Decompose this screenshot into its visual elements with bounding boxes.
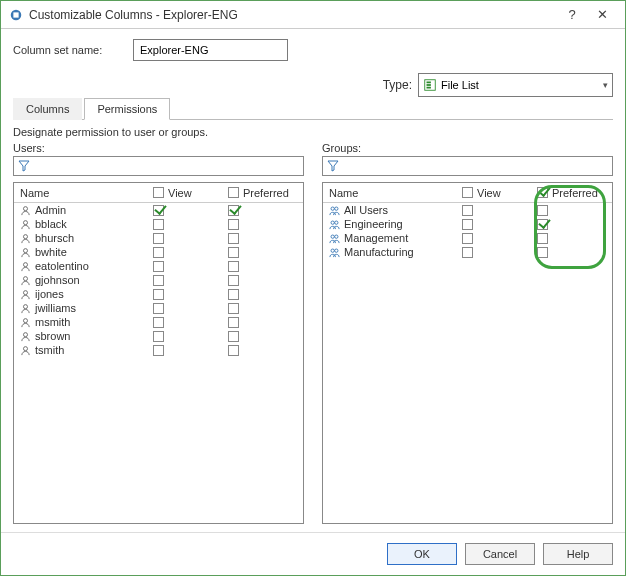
groups-header-preferred[interactable]: Preferred xyxy=(537,187,612,199)
checkbox[interactable] xyxy=(153,303,164,314)
funnel-icon xyxy=(18,160,30,172)
row-view xyxy=(462,247,537,258)
list-row[interactable]: bwhite xyxy=(14,245,303,259)
dialog-window: Customizable Columns - Explorer-ENG ? ✕ … xyxy=(0,0,626,576)
checkbox[interactable] xyxy=(153,289,164,300)
checkbox[interactable] xyxy=(537,219,548,230)
list-row[interactable]: Management xyxy=(323,231,612,245)
list-row[interactable]: msmith xyxy=(14,315,303,329)
checkbox[interactable] xyxy=(228,289,239,300)
checkbox[interactable] xyxy=(228,233,239,244)
description-text: Designate permission to user or groups. xyxy=(13,126,613,138)
checkbox[interactable] xyxy=(228,275,239,286)
checkbox[interactable] xyxy=(153,233,164,244)
row-view xyxy=(153,317,228,328)
checkbox-icon xyxy=(228,187,239,198)
svg-rect-3 xyxy=(427,82,431,84)
list-row[interactable]: sbrown xyxy=(14,329,303,343)
users-header-name[interactable]: Name xyxy=(14,187,153,199)
row-view xyxy=(153,247,228,258)
row-name: tsmith xyxy=(14,344,153,356)
checkbox-icon xyxy=(537,187,548,198)
tab-columns[interactable]: Columns xyxy=(13,98,82,120)
app-icon xyxy=(9,8,23,22)
checkbox[interactable] xyxy=(462,247,473,258)
checkbox[interactable] xyxy=(228,317,239,328)
group-icon xyxy=(329,205,340,216)
checkbox[interactable] xyxy=(228,261,239,272)
user-icon xyxy=(20,345,31,356)
checkbox[interactable] xyxy=(153,219,164,230)
list-row[interactable]: Engineering xyxy=(323,217,612,231)
checkbox[interactable] xyxy=(462,233,473,244)
list-row[interactable]: tsmith xyxy=(14,343,303,357)
list-row[interactable]: gjohnson xyxy=(14,273,303,287)
type-label: Type: xyxy=(383,78,412,92)
checkbox[interactable] xyxy=(153,205,164,216)
ok-button[interactable]: OK xyxy=(387,543,457,565)
checkbox[interactable] xyxy=(228,247,239,258)
checkbox[interactable] xyxy=(537,233,548,244)
row-name: ijones xyxy=(14,288,153,300)
checkbox[interactable] xyxy=(228,219,239,230)
checkbox[interactable] xyxy=(153,345,164,356)
group-icon xyxy=(329,233,340,244)
groups-header-name[interactable]: Name xyxy=(323,187,462,199)
close-button[interactable]: ✕ xyxy=(587,7,617,22)
checkbox[interactable] xyxy=(228,303,239,314)
list-row[interactable]: All Users xyxy=(323,203,612,217)
window-title: Customizable Columns - Explorer-ENG xyxy=(29,8,557,22)
checkbox[interactable] xyxy=(153,247,164,258)
row-name: bwhite xyxy=(14,246,153,258)
list-row[interactable]: Admin xyxy=(14,203,303,217)
checkbox[interactable] xyxy=(462,205,473,216)
row-preferred xyxy=(228,345,303,356)
cancel-button[interactable]: Cancel xyxy=(465,543,535,565)
list-row[interactable]: jwilliams xyxy=(14,301,303,315)
groups-filter-input[interactable] xyxy=(322,156,613,176)
checkbox[interactable] xyxy=(228,345,239,356)
row-name: Admin xyxy=(14,204,153,216)
tab-permissions[interactable]: Permissions xyxy=(84,98,170,120)
row-name: eatolentino xyxy=(14,260,153,272)
list-row[interactable]: eatolentino xyxy=(14,259,303,273)
column-set-input[interactable] xyxy=(133,39,288,61)
row-view xyxy=(153,205,228,216)
checkbox[interactable] xyxy=(228,331,239,342)
row-view xyxy=(462,219,537,230)
users-header-preferred[interactable]: Preferred xyxy=(228,187,303,199)
row-name: All Users xyxy=(323,204,462,216)
user-icon xyxy=(20,303,31,314)
checkbox[interactable] xyxy=(153,275,164,286)
row-preferred xyxy=(537,233,612,244)
row-preferred xyxy=(537,205,612,216)
groups-header-view[interactable]: View xyxy=(462,187,537,199)
checkbox[interactable] xyxy=(153,261,164,272)
list-row[interactable]: ijones xyxy=(14,287,303,301)
users-list-header: Name View Preferred xyxy=(14,183,303,203)
checkbox[interactable] xyxy=(537,205,548,216)
row-view xyxy=(153,219,228,230)
user-icon xyxy=(20,233,31,244)
checkbox[interactable] xyxy=(228,205,239,216)
checkbox[interactable] xyxy=(462,219,473,230)
checkbox[interactable] xyxy=(153,331,164,342)
groups-list: Name View Preferred All UsersEngineering… xyxy=(322,182,613,524)
checkbox[interactable] xyxy=(537,247,548,258)
type-dropdown[interactable]: File List ▾ xyxy=(418,73,613,97)
users-filter-input[interactable] xyxy=(13,156,304,176)
svg-point-9 xyxy=(23,248,27,252)
list-row[interactable]: bhursch xyxy=(14,231,303,245)
svg-point-18 xyxy=(335,207,338,210)
row-preferred xyxy=(228,289,303,300)
row-preferred xyxy=(228,331,303,342)
svg-point-12 xyxy=(23,290,27,294)
list-row[interactable]: Manufacturing xyxy=(323,245,612,259)
checkbox[interactable] xyxy=(153,317,164,328)
svg-point-13 xyxy=(23,304,27,308)
users-header-view[interactable]: View xyxy=(153,187,228,199)
list-row[interactable]: bblack xyxy=(14,217,303,231)
help-button[interactable]: ? xyxy=(557,7,587,22)
help-button[interactable]: Help xyxy=(543,543,613,565)
svg-point-20 xyxy=(335,221,338,224)
